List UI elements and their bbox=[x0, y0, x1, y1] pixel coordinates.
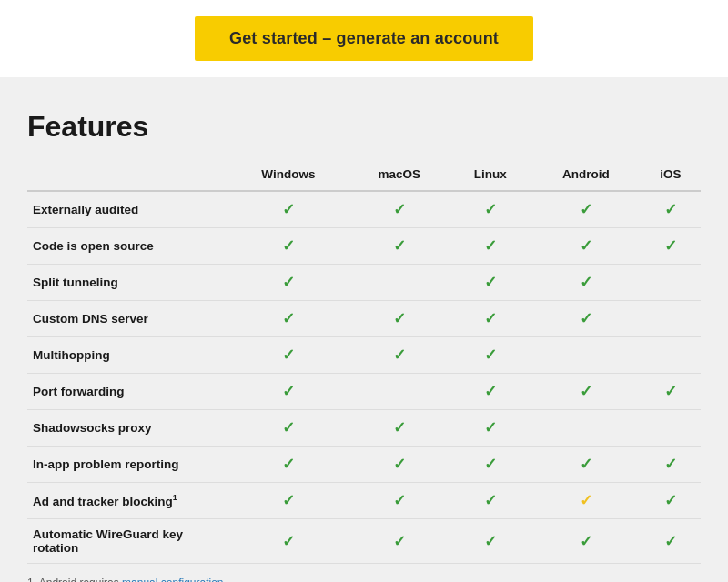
feature-check-cell: ✓ bbox=[641, 483, 701, 519]
feature-check-cell: ✓ bbox=[349, 519, 450, 564]
check-green-icon: ✓ bbox=[664, 383, 677, 400]
footnote-link[interactable]: manual configuration bbox=[122, 577, 223, 582]
feature-check-cell bbox=[641, 337, 701, 374]
feature-check-cell bbox=[531, 410, 641, 447]
feature-check-cell: ✓ bbox=[349, 301, 450, 337]
feature-check-cell: ✓ bbox=[228, 374, 349, 410]
feature-check-cell: ✓ bbox=[450, 337, 531, 374]
feature-check-cell: ✓ bbox=[531, 301, 641, 337]
feature-check-cell: ✓ bbox=[450, 447, 531, 483]
feature-check-cell: ✓ bbox=[531, 228, 641, 265]
feature-check-cell: ✓ bbox=[228, 191, 349, 228]
check-green-icon: ✓ bbox=[484, 492, 497, 509]
check-yellow-icon: ✓ bbox=[580, 492, 592, 509]
footnote-prefix: Android requires bbox=[39, 577, 122, 582]
check-green-icon: ✓ bbox=[580, 237, 592, 255]
feature-check-cell: ✓ bbox=[531, 447, 641, 483]
col-header-windows: Windows bbox=[228, 160, 349, 191]
feature-check-cell: ✓ bbox=[228, 265, 349, 301]
features-table: Windows macOS Linux Android iOS External… bbox=[27, 160, 701, 564]
check-green-icon: ✓ bbox=[484, 419, 497, 436]
check-green-icon: ✓ bbox=[282, 456, 295, 473]
check-green-icon: ✓ bbox=[484, 383, 497, 400]
check-green-icon: ✓ bbox=[580, 533, 592, 550]
col-header-feature bbox=[27, 160, 228, 191]
feature-check-cell: ✓ bbox=[641, 228, 701, 265]
table-row: In-app problem reporting✓✓✓✓✓ bbox=[27, 447, 701, 483]
check-green-icon: ✓ bbox=[393, 201, 406, 218]
feature-check-cell: ✓ bbox=[228, 519, 349, 564]
feature-label: Externally audited bbox=[27, 191, 228, 228]
col-header-macos: macOS bbox=[349, 160, 450, 191]
check-green-icon: ✓ bbox=[393, 419, 406, 436]
feature-check-cell: ✓ bbox=[450, 410, 531, 447]
table-row: Automatic WireGuard key rotation✓✓✓✓✓ bbox=[27, 519, 701, 564]
feature-check-cell: ✓ bbox=[641, 519, 701, 564]
check-green-icon: ✓ bbox=[580, 310, 592, 327]
table-row: Code is open source✓✓✓✓✓ bbox=[27, 228, 701, 265]
feature-check-cell: ✓ bbox=[349, 228, 450, 265]
col-header-android: Android bbox=[531, 160, 641, 191]
check-green-icon: ✓ bbox=[484, 237, 497, 255]
top-section: Get started – generate an account bbox=[0, 0, 728, 77]
check-green-icon: ✓ bbox=[282, 346, 295, 364]
feature-label: In-app problem reporting bbox=[27, 447, 228, 483]
feature-check-cell: ✓ bbox=[531, 519, 641, 564]
footnote: 1. Android requires manual configuration… bbox=[27, 577, 701, 582]
check-green-icon: ✓ bbox=[484, 456, 497, 473]
check-green-icon: ✓ bbox=[484, 533, 497, 550]
check-green-icon: ✓ bbox=[664, 456, 677, 473]
table-header-row: Windows macOS Linux Android iOS bbox=[27, 160, 701, 191]
feature-label: Multihopping bbox=[27, 337, 228, 374]
table-row: Externally audited✓✓✓✓✓ bbox=[27, 191, 701, 228]
feature-check-cell: ✓ bbox=[450, 519, 531, 564]
check-green-icon: ✓ bbox=[580, 456, 592, 473]
feature-check-cell: ✓ bbox=[450, 301, 531, 337]
feature-check-cell: ✓ bbox=[349, 447, 450, 483]
feature-check-cell: ✓ bbox=[641, 374, 701, 410]
check-green-icon: ✓ bbox=[580, 383, 592, 400]
feature-label: Automatic WireGuard key rotation bbox=[27, 519, 228, 564]
footnote-text: 1. Android requires manual configuration… bbox=[27, 577, 227, 582]
check-green-icon: ✓ bbox=[282, 533, 295, 550]
feature-check-cell: ✓ bbox=[228, 301, 349, 337]
feature-check-cell: ✓ bbox=[450, 191, 531, 228]
features-title: Features bbox=[27, 110, 701, 144]
feature-check-cell: ✓ bbox=[641, 191, 701, 228]
footnote-suffix: . bbox=[224, 577, 227, 582]
check-green-icon: ✓ bbox=[484, 310, 497, 327]
check-green-icon: ✓ bbox=[580, 274, 592, 291]
feature-label: Custom DNS server bbox=[27, 301, 228, 337]
col-header-linux: Linux bbox=[450, 160, 531, 191]
feature-check-cell: ✓ bbox=[228, 228, 349, 265]
feature-label: Port forwarding bbox=[27, 374, 228, 410]
feature-check-cell: ✓ bbox=[450, 228, 531, 265]
check-green-icon: ✓ bbox=[484, 201, 497, 218]
get-started-button[interactable]: Get started – generate an account bbox=[195, 16, 533, 61]
feature-check-cell: ✓ bbox=[349, 337, 450, 374]
check-green-icon: ✓ bbox=[664, 237, 677, 255]
feature-check-cell bbox=[349, 265, 450, 301]
table-row: Shadowsocks proxy✓✓✓ bbox=[27, 410, 701, 447]
feature-check-cell: ✓ bbox=[228, 483, 349, 519]
feature-check-cell bbox=[641, 301, 701, 337]
feature-check-cell: ✓ bbox=[228, 410, 349, 447]
feature-check-cell: ✓ bbox=[349, 410, 450, 447]
check-green-icon: ✓ bbox=[282, 383, 295, 400]
feature-check-cell bbox=[641, 410, 701, 447]
table-row: Split tunneling✓✓✓ bbox=[27, 265, 701, 301]
feature-label: Shadowsocks proxy bbox=[27, 410, 228, 447]
check-green-icon: ✓ bbox=[282, 201, 295, 218]
check-green-icon: ✓ bbox=[664, 533, 677, 550]
check-green-icon: ✓ bbox=[282, 310, 295, 327]
feature-check-cell bbox=[349, 374, 450, 410]
col-header-ios: iOS bbox=[641, 160, 701, 191]
table-row: Custom DNS server✓✓✓✓ bbox=[27, 301, 701, 337]
table-row: Ad and tracker blocking1✓✓✓✓✓ bbox=[27, 483, 701, 519]
feature-check-cell: ✓ bbox=[450, 265, 531, 301]
check-green-icon: ✓ bbox=[484, 274, 497, 291]
table-row: Port forwarding✓✓✓✓ bbox=[27, 374, 701, 410]
check-green-icon: ✓ bbox=[282, 237, 295, 255]
feature-check-cell: ✓ bbox=[531, 191, 641, 228]
check-green-icon: ✓ bbox=[393, 492, 406, 509]
